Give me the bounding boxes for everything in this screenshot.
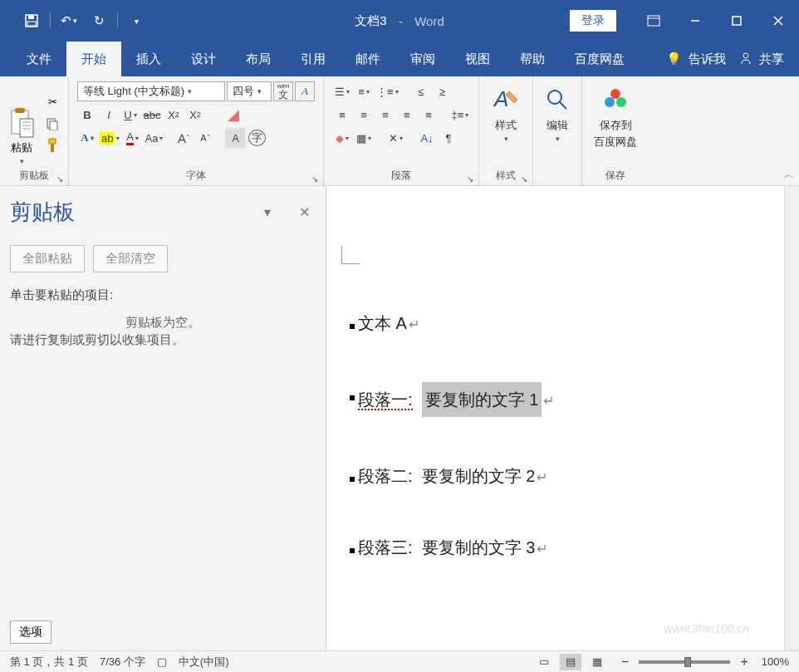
tab-mailings[interactable]: 邮件 — [341, 42, 395, 76]
undo-icon[interactable]: ↶ ▾ — [54, 7, 84, 34]
window-title: 文档3 - Word — [355, 13, 444, 29]
clear-format-icon[interactable]: ◢ — [223, 105, 243, 125]
read-mode-icon[interactable]: ▭ — [533, 654, 555, 670]
share-button[interactable]: 共享 — [739, 52, 784, 67]
spell-check-icon[interactable]: ▢ — [157, 655, 167, 668]
shading-icon[interactable]: ◆▾ — [332, 128, 352, 148]
tab-design[interactable]: 设计 — [176, 42, 231, 76]
tab-help[interactable]: 帮助 — [505, 42, 560, 76]
format-painter-icon[interactable] — [43, 137, 61, 154]
maximize-icon[interactable] — [716, 0, 757, 42]
collapse-ribbon-icon[interactable]: ︿ — [784, 168, 794, 182]
align-left-icon[interactable]: ≡ — [332, 105, 352, 125]
character-border-icon[interactable]: A — [295, 81, 315, 101]
qat-customize-icon[interactable]: ▾ — [121, 7, 151, 34]
doc-text-a[interactable]: 文本 A — [358, 311, 407, 336]
zoom-in-icon[interactable]: + — [740, 655, 748, 670]
options-button[interactable]: 选项 — [10, 620, 51, 644]
close-icon[interactable] — [757, 0, 799, 42]
tab-references[interactable]: 引用 — [286, 42, 341, 76]
enclose-char-icon[interactable]: 字 — [247, 128, 267, 148]
doc-para2-text[interactable]: 要复制的文字 2 — [422, 464, 536, 488]
superscript-icon[interactable]: X2 — [185, 105, 205, 125]
group-save-baidu: 保存到 百度网盘 保存 — [582, 76, 649, 185]
phonetic-guide-icon[interactable]: wén文 — [273, 81, 293, 101]
doc-para3-text[interactable]: 要复制的文字 3 — [422, 535, 536, 560]
tab-view[interactable]: 视图 — [450, 42, 505, 76]
align-right-icon[interactable]: ≡ — [375, 105, 395, 125]
paragraph-launcher-icon[interactable]: ↘ — [467, 174, 473, 184]
doc-para2-label[interactable]: 段落二: — [358, 464, 413, 488]
tab-file[interactable]: 文件 — [12, 42, 66, 76]
cut-icon[interactable]: ✂ — [43, 94, 61, 110]
font-size-combo[interactable]: 四号▾ — [227, 81, 272, 101]
tab-insert[interactable]: 插入 — [121, 42, 176, 76]
multilevel-icon[interactable]: ⋮≡▾ — [375, 81, 400, 101]
tab-layout[interactable]: 布局 — [231, 42, 286, 76]
svg-rect-12 — [20, 119, 33, 137]
save-baidu-button[interactable]: 保存到 百度网盘 — [586, 78, 645, 169]
minimize-icon[interactable] — [674, 0, 716, 42]
vertical-scrollbar[interactable] — [784, 186, 799, 650]
status-bar: 第 1 页，共 1 页 7/36 个字 ▢ 中文(中国) ▭ ▤ ▦ − + 1… — [0, 650, 799, 672]
subscript-icon[interactable]: X2 — [164, 105, 184, 125]
web-layout-icon[interactable]: ▦ — [586, 654, 608, 670]
asian-layout-icon[interactable]: ✕▾ — [385, 128, 405, 148]
pane-close-icon[interactable]: ✕ — [292, 201, 316, 224]
grow-font-icon[interactable]: A˄ — [174, 128, 194, 148]
zoom-level[interactable]: 100% — [762, 655, 789, 668]
save-icon[interactable] — [17, 7, 47, 34]
zoom-out-icon[interactable]: − — [621, 655, 629, 670]
tab-review[interactable]: 审阅 — [395, 42, 450, 76]
paste-button[interactable]: 粘贴 ▾ — [8, 107, 35, 165]
clipboard-launcher-icon[interactable]: ↘ — [56, 174, 63, 184]
pane-dropdown-icon[interactable]: ▾ — [256, 201, 279, 224]
increase-indent-icon[interactable]: ≥ — [433, 81, 453, 101]
status-words[interactable]: 7/36 个字 — [100, 655, 145, 670]
tell-me[interactable]: 💡 告诉我 — [653, 52, 739, 67]
sort-icon[interactable]: A↓ — [417, 128, 437, 148]
svg-rect-3 — [648, 16, 659, 26]
change-case-icon[interactable]: Aa▾ — [144, 128, 164, 148]
align-center-icon[interactable]: ≡ — [354, 105, 374, 125]
styles-launcher-icon[interactable]: ↘ — [521, 174, 527, 184]
svg-text:A: A — [493, 86, 508, 111]
clear-all-button[interactable]: 全部清空 — [93, 245, 168, 272]
print-layout-icon[interactable]: ▤ — [560, 654, 581, 670]
line-spacing-icon[interactable]: ‡≡▾ — [450, 105, 470, 125]
numbering-icon[interactable]: ≡▾ — [354, 81, 374, 101]
doc-para3-label[interactable]: 段落三: — [358, 535, 413, 560]
document-viewport[interactable]: 文本 A↵ 段落一: 要复制的文字 1↵ 段落二: 要复制的文字 2↵ 段落三:… — [326, 186, 799, 650]
borders-icon[interactable]: ▦▾ — [354, 128, 374, 148]
underline-icon[interactable]: U▾ — [120, 105, 140, 125]
copy-icon[interactable] — [43, 115, 61, 132]
text-effects-icon[interactable]: A▾ — [77, 128, 97, 148]
bullets-icon[interactable]: ☰▾ — [332, 81, 352, 101]
italic-icon[interactable]: I — [99, 105, 119, 125]
strikethrough-icon[interactable]: abc — [142, 105, 162, 125]
justify-icon[interactable]: ≡ — [397, 105, 417, 125]
paste-all-button[interactable]: 全部粘贴 — [10, 245, 85, 272]
highlight-icon[interactable]: ab▾ — [99, 128, 120, 148]
doc-para1-text[interactable]: 要复制的文字 1 — [422, 382, 542, 417]
font-name-combo[interactable]: 等线 Light (中文标题)▾ — [77, 81, 225, 101]
login-button[interactable]: 登录 — [570, 10, 616, 32]
ribbon-display-icon[interactable] — [633, 0, 674, 42]
zoom-slider[interactable] — [639, 660, 730, 664]
tab-home[interactable]: 开始 — [66, 42, 121, 76]
doc-para1-label[interactable]: 段落一: — [358, 387, 413, 412]
font-launcher-icon[interactable]: ↘ — [311, 174, 318, 184]
edit-button[interactable]: 编辑 ▾ — [537, 78, 578, 169]
status-page[interactable]: 第 1 页，共 1 页 — [10, 655, 88, 670]
char-shading-icon[interactable]: A — [225, 128, 245, 148]
status-language[interactable]: 中文(中国) — [179, 655, 229, 670]
styles-button[interactable]: A 样式 ▾ — [483, 78, 529, 169]
redo-icon[interactable]: ↻ — [84, 7, 114, 34]
show-marks-icon[interactable]: ¶ — [439, 128, 458, 148]
distributed-icon[interactable]: ≡ — [419, 105, 439, 125]
shrink-font-icon[interactable]: A˅ — [195, 128, 215, 148]
decrease-indent-icon[interactable]: ≤ — [411, 81, 431, 101]
bold-icon[interactable]: B — [77, 105, 97, 125]
tab-baidu[interactable]: 百度网盘 — [560, 42, 640, 76]
font-color-icon[interactable]: A▾ — [122, 128, 142, 148]
